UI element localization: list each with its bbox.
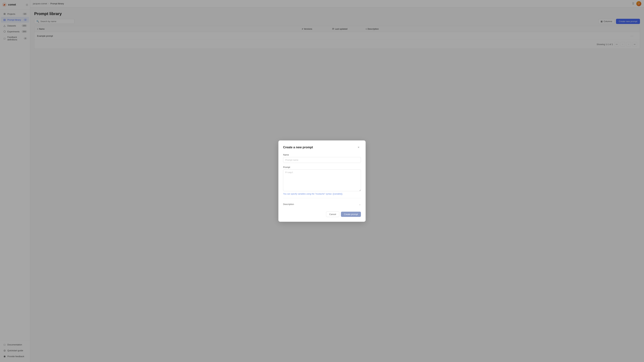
modal-title: Create a new prompt: [283, 146, 313, 149]
name-input[interactable]: [283, 157, 361, 163]
prompt-textarea[interactable]: [283, 169, 361, 191]
prompt-label: Prompt: [283, 166, 361, 168]
chevron-down-icon: ⌄: [359, 203, 361, 206]
create-prompt-modal: Create a new prompt × Name Prompt You ca…: [278, 140, 366, 222]
form-group-name: Name: [283, 153, 361, 163]
description-label: Description: [283, 203, 294, 205]
modal-footer: Cancel Create prompt: [283, 212, 361, 217]
modal-close-button[interactable]: ×: [356, 145, 361, 150]
create-prompt-button[interactable]: Create prompt: [341, 212, 361, 217]
cancel-button[interactable]: Cancel: [326, 212, 339, 217]
description-section[interactable]: Description ⌄: [283, 201, 361, 207]
modal-header: Create a new prompt ×: [283, 145, 361, 150]
name-label: Name: [283, 153, 361, 156]
modal-overlay[interactable]: Create a new prompt × Name Prompt You ca…: [0, 0, 644, 362]
modal-divider: [283, 198, 361, 198]
prompt-hint: You can specify variables using the "mus…: [283, 193, 361, 195]
form-group-prompt: Prompt You can specify variables using t…: [283, 166, 361, 195]
